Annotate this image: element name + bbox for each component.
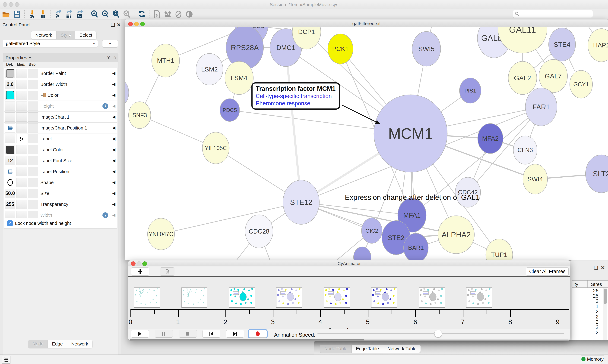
property-mapping-cell[interactable] — [16, 178, 27, 187]
table-row[interactable]: 2 — [572, 329, 603, 335]
frame-thumbnail[interactable] — [419, 287, 445, 308]
style-selector[interactable]: galFiltered Style ▾ — [3, 40, 98, 47]
expand-property-icon[interactable]: ◀ — [112, 158, 115, 163]
table-row[interactable]: 2 — [572, 324, 603, 329]
network-node-YNL047C[interactable]: YNL047C — [148, 218, 175, 250]
table-row[interactable]: 26 — [572, 288, 603, 293]
record-button[interactable] — [249, 330, 267, 338]
expand-property-icon[interactable]: ◀ — [112, 169, 115, 174]
expand-property-icon[interactable]: ◀ — [112, 125, 115, 130]
annotation-link-1[interactable]: Cell-type-specific transcription — [256, 93, 339, 99]
frame-thumbnail[interactable] — [276, 287, 302, 308]
network-canvas[interactable]: RPS28BRPS28ADMC1DCP1PCK1SWI5GAL80GAL11ST… — [125, 27, 608, 260]
property-mapping-cell[interactable] — [16, 102, 27, 111]
property-row-image-chart-1[interactable]: Image/Chart 1◀ — [4, 112, 117, 123]
column-divider[interactable] — [587, 281, 588, 287]
pause-button[interactable] — [155, 330, 173, 338]
property-bypass-cell[interactable] — [28, 167, 38, 176]
memory-button[interactable]: Memory — [581, 355, 604, 363]
skip-to-end-button[interactable] — [226, 330, 244, 338]
expand-property-icon[interactable]: ◀ — [112, 213, 115, 218]
property-default-cell[interactable] — [5, 112, 15, 122]
tab-network[interactable]: Network — [67, 340, 92, 348]
network-node-CLN3[interactable]: CLN3 — [513, 136, 537, 164]
network-node-PDC5[interactable]: PDC5 — [220, 99, 240, 121]
tab-style[interactable]: Style — [56, 31, 75, 39]
table-scrollbar-thumb[interactable] — [604, 289, 607, 304]
task-list-button[interactable] — [1, 356, 11, 364]
network-window-titlebar[interactable]: galFiltered.sif — [125, 19, 608, 27]
expand-property-icon[interactable]: ◀ — [112, 104, 115, 108]
network-node-GIC2[interactable]: GIC2 — [361, 218, 382, 243]
frame-thumbnail[interactable] — [134, 287, 160, 308]
add-frame-button[interactable] — [131, 267, 149, 276]
open-folder-icon[interactable] — [2, 10, 11, 19]
property-row-label-position[interactable]: Label Position◀ — [4, 166, 117, 177]
property-row-height[interactable]: Heighti◀ — [4, 101, 117, 112]
property-default-cell[interactable]: 255 — [5, 200, 15, 209]
table-row[interactable]: 1 — [572, 303, 603, 309]
frame-thumbnail[interactable] — [229, 287, 255, 308]
property-default-cell[interactable] — [5, 69, 15, 78]
property-default-cell[interactable] — [5, 123, 15, 132]
network-node-STE12[interactable]: STE12 — [283, 180, 319, 224]
expand-property-icon[interactable]: ◀ — [112, 136, 115, 141]
skip-to-start-button[interactable] — [202, 330, 221, 338]
network-node-CDC28[interactable]: CDC28 — [245, 215, 273, 248]
tab-network-table[interactable]: Network Table — [383, 345, 421, 353]
close-panel-icon[interactable]: ✕ — [601, 265, 605, 270]
network-node-HAP2[interactable]: HAP2 — [588, 29, 608, 62]
expand-property-icon[interactable]: ◀ — [112, 147, 115, 152]
network-node-LSM2[interactable]: LSM2 — [196, 53, 223, 85]
property-row-label-font-size[interactable]: 12Label Font Size◀ — [4, 155, 117, 166]
network-caption[interactable]: Expression change after deletion of GAL1 — [345, 193, 500, 202]
property-default-cell[interactable]: 50.0 — [5, 189, 15, 198]
property-mapping-cell[interactable] — [16, 69, 27, 78]
refresh-icon[interactable] — [137, 10, 146, 19]
table-row[interactable]: 2 — [572, 314, 603, 319]
property-default-cell[interactable] — [5, 145, 15, 154]
expand-property-icon[interactable]: ◀ — [112, 115, 115, 119]
timeline-area[interactable]: 0123456789 Seconds — [128, 277, 570, 329]
search-input[interactable] — [520, 11, 590, 17]
cyanimator-scrollbar-thumb[interactable] — [130, 339, 364, 341]
zoom-fit-icon[interactable] — [111, 10, 121, 19]
property-bypass-cell[interactable] — [28, 91, 38, 100]
cyanimator-titlebar[interactable]: CyAnimator — [128, 260, 570, 267]
export-image-icon[interactable] — [75, 10, 84, 19]
expand-property-icon[interactable]: ◀ — [112, 82, 115, 87]
tab-select[interactable]: Select — [75, 31, 97, 39]
tab-edge[interactable]: Edge — [48, 340, 67, 348]
network-node-GAL7[interactable]: GAL7 — [539, 59, 567, 93]
property-default-cell[interactable] — [5, 178, 15, 187]
property-mapping-cell[interactable] — [16, 189, 27, 198]
network-node-MCM1[interactable]: MCM1 — [374, 95, 447, 172]
network-node-GCY1[interactable]: GCY1 — [570, 70, 593, 98]
frame-thumbnail[interactable] — [466, 287, 492, 308]
expand-property-icon[interactable]: ◀ — [112, 202, 115, 207]
property-bypass-cell[interactable] — [28, 112, 38, 122]
property-mapping-cell[interactable] — [16, 80, 27, 89]
import-network-icon[interactable] — [28, 10, 37, 19]
property-mapping-cell[interactable] — [16, 145, 27, 154]
annotation-link-2[interactable]: Pheromone response — [256, 100, 339, 107]
tab-edge-table[interactable]: Edge Table — [352, 345, 383, 353]
property-mapping-cell[interactable] — [16, 134, 27, 143]
network-node-GAL2[interactable]: GAL2 — [508, 61, 537, 95]
network-node-SWI4[interactable]: SWI4 — [523, 164, 548, 194]
property-bypass-cell[interactable] — [28, 123, 38, 132]
property-row-transparency[interactable]: 255Transparency◀ — [4, 199, 117, 210]
property-bypass-cell[interactable] — [28, 178, 38, 187]
property-mapping-cell[interactable] — [16, 167, 27, 176]
clear-all-frames-button[interactable]: Clear All Frames — [526, 267, 568, 276]
delete-frame-button[interactable] — [160, 267, 174, 276]
property-row-border-width[interactable]: 2.0Border Width◀ — [4, 79, 117, 90]
table-row[interactable]: 25 — [572, 293, 603, 298]
property-row-label[interactable]: Label◀ — [4, 133, 117, 144]
network-node-SNF3[interactable]: SNF3 — [129, 102, 151, 129]
property-mapping-cell[interactable] — [16, 200, 27, 209]
property-default-cell[interactable]: 2.0 — [5, 80, 15, 89]
property-row-border-paint[interactable]: Border Paint◀ — [4, 68, 117, 79]
node-table[interactable]: ity Stres 26252122222 — [572, 280, 608, 343]
property-mapping-cell[interactable] — [16, 91, 27, 100]
